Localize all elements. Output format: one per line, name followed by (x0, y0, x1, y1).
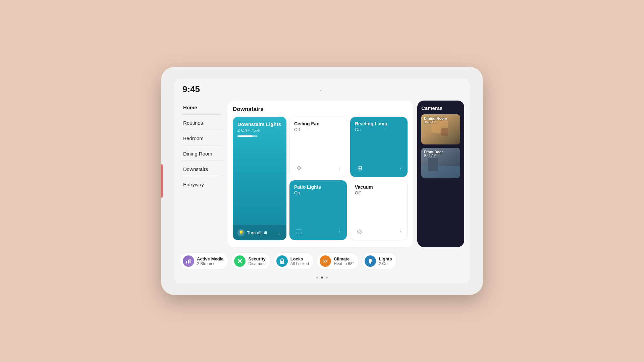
vacuum-status: Off (355, 190, 403, 195)
sidebar-item-bedroom[interactable]: Bedroom (180, 131, 223, 145)
lights-tile-top: Downstairs Lights 2 On • 75% (233, 117, 286, 225)
lights-status-title: Lights (379, 256, 392, 261)
reading-lamp-title: Reading Lamp (355, 121, 403, 126)
vacuum-title: Vacuum (355, 184, 403, 190)
ceiling-fan-info: Ceiling Fan Off (294, 121, 342, 132)
sidebar-item-routines[interactable]: Routines (180, 116, 223, 130)
patio-lights-title: Patio Lights (294, 184, 342, 190)
active-media-title: Active Media (197, 256, 223, 261)
lights-pill[interactable]: Lights 2 On (362, 252, 397, 270)
ceiling-fan-title: Ceiling Fan (294, 121, 342, 126)
cameras-container: Cameras (417, 101, 464, 247)
svg-rect-14 (370, 263, 371, 264)
cards-section: Downstairs Downstairs Lights 2 On • 75% (227, 98, 413, 250)
reading-lamp-info: Reading Lamp On (355, 121, 403, 132)
ceiling-fan-menu-icon[interactable]: ⋮ (337, 166, 342, 171)
climate-subtitle: Heat to 68° (334, 261, 354, 266)
vacuum-icon: ◎ (355, 227, 364, 236)
device-shell: 9:45 ⌄ Home Routines Bedroom Dining Room… (161, 67, 483, 295)
lights-tile-menu-icon[interactable]: ⋮ (276, 230, 282, 236)
bottom-bar: Active Media 2 Streams Security Disarmed (174, 250, 470, 274)
x-icon (237, 259, 242, 263)
svg-point-12 (281, 262, 282, 263)
sidebar-item-dining-room[interactable]: Dining Room (180, 147, 223, 161)
locks-pill[interactable]: Locks All Locked (273, 252, 314, 270)
vacuum-footer: ◎ ⋮ (355, 227, 403, 236)
active-media-pill[interactable]: Active Media 2 Streams (180, 252, 228, 270)
patio-icon: ⬚ (294, 227, 304, 236)
lightbulb-icon (368, 258, 373, 264)
clock-time: 9:45 (182, 84, 200, 95)
camera-dining-room[interactable]: Dining Room 9:43 AM (421, 114, 460, 144)
page-dots (174, 274, 470, 283)
svg-rect-13 (369, 262, 371, 263)
ceiling-fan-footer: ✤ ⋮ (294, 164, 342, 173)
device-grid: Downstairs Lights 2 On • 75% 💡 Turn all … (233, 117, 408, 240)
lights-status-icon (365, 255, 376, 267)
screen: 9:45 ⌄ Home Routines Bedroom Dining Room… (174, 79, 470, 283)
vacuum-tile[interactable]: Vacuum Off ◎ ⋮ (350, 180, 408, 241)
active-media-icon (183, 255, 194, 267)
downstairs-lights-tile[interactable]: Downstairs Lights 2 On • 75% 💡 Turn all … (233, 117, 286, 240)
top-indicator[interactable]: ⌄ (319, 86, 323, 92)
turn-all-off-label: Turn all off (247, 230, 267, 235)
brightness-bar[interactable] (237, 135, 258, 137)
page-dot-2[interactable] (321, 277, 323, 279)
svg-rect-8 (190, 259, 191, 263)
camera-front-name: Front Door (424, 150, 443, 154)
camera-front-label: Front Door 9:40 AM (424, 150, 443, 158)
climate-pill[interactable]: 68° Climate Heat to 68° (317, 252, 359, 270)
locks-text: Locks All Locked (290, 256, 309, 266)
vacuum-info: Vacuum Off (355, 184, 403, 195)
reading-lamp-tile[interactable]: Reading Lamp On ⊞ ⋮ (350, 117, 408, 177)
ceiling-fan-tile[interactable]: Ceiling Fan Off ✤ ⋮ (289, 117, 347, 177)
sidebar-item-downstairs[interactable]: Downstairs (180, 162, 223, 176)
security-title: Security (248, 256, 265, 261)
camera-front-door[interactable]: Front Door 9:40 AM (421, 148, 460, 178)
patio-lights-info: Patio Lights On (294, 184, 342, 195)
reading-lamp-footer: ⊞ ⋮ (355, 164, 403, 173)
turn-all-off-button[interactable]: 💡 Turn all off (237, 229, 267, 236)
patio-lights-footer: ⬚ ⋮ (294, 227, 342, 236)
sidebar-item-entryway[interactable]: Entryway (180, 178, 223, 191)
main-content: Home Routines Bedroom Dining Room Downst… (174, 98, 470, 250)
camera-front-time: 9:40 AM (424, 154, 443, 158)
active-media-subtitle: 2 Streams (197, 261, 223, 266)
lights-status-subtitle: 2 On (379, 261, 392, 266)
locks-title: Locks (290, 256, 309, 261)
reading-lamp-status: On (355, 127, 403, 132)
fan-icon: ✤ (294, 164, 304, 173)
section-title: Downstairs (233, 106, 408, 113)
locks-subtitle: All Locked (290, 261, 309, 266)
lights-status-text: Lights 2 On (379, 256, 392, 266)
padlock-icon (280, 258, 284, 264)
lock-icon (276, 255, 288, 267)
vacuum-menu-icon[interactable]: ⋮ (398, 229, 403, 234)
svg-rect-4 (421, 166, 460, 178)
lights-tile-bottom[interactable]: 💡 Turn all off ⋮ (233, 225, 286, 240)
cameras-title: Cameras (421, 105, 460, 111)
reading-lamp-menu-icon[interactable]: ⋮ (398, 166, 403, 171)
reading-lamp-icon: ⊞ (355, 164, 364, 173)
svg-rect-7 (188, 260, 189, 263)
security-pill[interactable]: Security Disarmed (231, 252, 270, 270)
climate-text: Climate Heat to 68° (334, 256, 354, 266)
downstairs-container: Downstairs Downstairs Lights 2 On • 75% (227, 101, 413, 247)
chevron-down-icon[interactable]: ⌄ (319, 86, 323, 92)
cameras-section: Cameras (417, 98, 464, 250)
ceiling-fan-status: Off (294, 127, 342, 132)
sidebar-item-home[interactable]: Home (180, 101, 223, 115)
active-media-text: Active Media 2 Streams (197, 256, 223, 266)
bars-chart-icon (186, 258, 191, 264)
patio-lights-menu-icon[interactable]: ⋮ (337, 229, 342, 234)
svg-rect-2 (441, 128, 448, 136)
svg-rect-6 (186, 261, 187, 263)
climate-title: Climate (334, 256, 354, 261)
bulb-icon: 💡 (237, 229, 245, 236)
page-dot-1[interactable] (316, 277, 318, 279)
page-dot-3[interactable] (326, 277, 328, 279)
patio-lights-tile[interactable]: Patio Lights On ⬚ ⋮ (289, 180, 347, 241)
lights-tile-subtitle: 2 On • 75% (237, 128, 282, 133)
patio-lights-status: On (294, 190, 342, 195)
security-subtitle: Disarmed (248, 261, 265, 266)
